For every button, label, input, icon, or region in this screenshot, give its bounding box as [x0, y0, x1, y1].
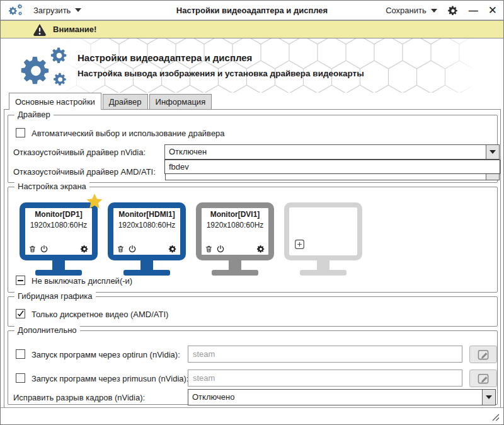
- app-logo-gears: [18, 46, 71, 90]
- tab-content-panel: Драйвер Автоматический выбор и использов…: [4, 109, 501, 408]
- monitor-card-add[interactable]: [284, 202, 362, 276]
- amd-failsafe-label: Отказоустойчивый драйвер AMD/ATI:: [13, 167, 156, 177]
- title-bar: Загрузить Настройки видеоадаптера и дисп…: [1, 1, 503, 20]
- nvidia-failsafe-combobox[interactable]: Отключен: [164, 144, 500, 160]
- group-screen-title: Настройка экрана: [14, 182, 89, 191]
- monitor-resolution: 1920x1080:60Hz: [28, 221, 89, 230]
- group-driver: Драйвер Автоматический выбор и использов…: [8, 115, 498, 183]
- tab-info[interactable]: Информация: [149, 94, 212, 110]
- power-monitor-icon[interactable]: [128, 245, 137, 253]
- group-screen-setup: Настройка экрана Monitor[DP1] 1920x1080:…: [8, 187, 498, 293]
- combobox-arrow-button[interactable]: [486, 145, 499, 159]
- discrete-only-checkbox[interactable]: [16, 309, 25, 318]
- primusun-checkbox[interactable]: [16, 373, 25, 383]
- monitor-screen: Monitor[HDMI1] 1920x1080:60Hz: [108, 202, 186, 260]
- optirun-checkbox[interactable]: [16, 349, 25, 359]
- monitor-base: [212, 270, 258, 276]
- app-window: Загрузить Настройки видеоадаптера и дисп…: [0, 0, 504, 425]
- optirun-command-input[interactable]: [188, 346, 462, 363]
- monitor-name: Monitor[DVI1]: [205, 210, 265, 219]
- app-gears-icon: [8, 3, 23, 19]
- monitor-screen: [284, 202, 362, 260]
- page-header: Настройки видеоадаптера и дисплея Настро…: [1, 38, 503, 93]
- settings-gear-button[interactable]: [447, 5, 459, 16]
- group-driver-title: Драйвер: [14, 110, 54, 119]
- group-hybrid-graphics: Гибридная графика Только дискретное виде…: [8, 296, 498, 327]
- monitor-settings-gear-icon[interactable]: [256, 245, 265, 253]
- monitor-stand: [317, 260, 329, 270]
- monitor-base: [35, 270, 82, 276]
- monitor-settings-gear-icon[interactable]: [80, 245, 89, 253]
- monitor-stand: [140, 260, 153, 270]
- warning-triangle-icon: [32, 23, 47, 36]
- primusun-label: Запуск программ через primusun (nVidia):: [32, 374, 188, 383]
- power-monitor-icon[interactable]: [216, 245, 225, 253]
- monitor-stand: [52, 260, 65, 270]
- monitor-base: [123, 270, 170, 276]
- page-title: Настройки видеоадаптера и дисплея: [77, 52, 252, 63]
- hexagon-pattern: [62, 38, 472, 93]
- save-button-label: Сохранить: [386, 6, 427, 15]
- monitor-resolution: 1920x1080:60Hz: [205, 221, 265, 230]
- monitor-settings-gear-icon[interactable]: [168, 245, 177, 253]
- tearfree-label: Исправить разрыв кадров (nVidia):: [13, 393, 145, 402]
- keep-display-on-checkbox[interactable]: [16, 276, 25, 285]
- load-button-label: Загрузить: [33, 6, 71, 15]
- monitor-card-dvi1[interactable]: Monitor[DVI1] 1920x1080:60Hz: [196, 202, 274, 276]
- dropdown-item-fbdev[interactable]: fbdev: [165, 160, 500, 173]
- page-subtitle: Настройка вывода изображения и установка…: [77, 69, 364, 78]
- triangle-down-icon: [486, 395, 492, 399]
- monitor-name: Monitor[DP1]: [28, 210, 89, 219]
- primusun-edit-button[interactable]: [469, 370, 497, 387]
- primary-star-icon: [85, 194, 104, 213]
- tab-main-settings[interactable]: Основные настройки: [9, 93, 101, 110]
- monitor-resolution: 1920x1080:60Hz: [117, 221, 177, 230]
- discrete-only-label: Только дискретное видео (AMD/ATI): [32, 310, 168, 319]
- combobox-arrow-button[interactable]: [482, 390, 495, 405]
- monitor-card-dp1[interactable]: Monitor[DP1] 1920x1080:60Hz: [20, 202, 98, 276]
- tab-driver[interactable]: Драйвер: [103, 94, 148, 110]
- triangle-down-icon: [490, 150, 496, 154]
- indeterminate-mark: [18, 280, 23, 281]
- auto-driver-label: Автоматический выбор и использование дра…: [32, 129, 225, 138]
- delete-monitor-icon[interactable]: [117, 245, 125, 253]
- group-hybrid-title: Гибридная графика: [14, 291, 96, 301]
- monitor-screen: Monitor[DVI1] 1920x1080:60Hz: [196, 202, 274, 260]
- resize-grip[interactable]: [491, 412, 500, 421]
- status-bar: [1, 407, 503, 424]
- monitor-base: [300, 270, 346, 276]
- monitor-card-hdmi1[interactable]: Monitor[HDMI1] 1920x1080:60Hz: [108, 202, 186, 276]
- monitor-stand: [229, 260, 241, 270]
- load-button[interactable]: Загрузить: [33, 6, 81, 15]
- edit-pencil-icon: [478, 349, 490, 361]
- close-button[interactable]: ✕: [488, 5, 497, 16]
- delete-monitor-icon[interactable]: [205, 245, 213, 253]
- power-monitor-icon[interactable]: [40, 245, 49, 253]
- group-additional: Дополнительно Запуск программ через opti…: [8, 330, 498, 405]
- nvidia-failsafe-label: Отказоустойчивый драйвер nVidia:: [13, 148, 146, 157]
- auto-driver-checkbox[interactable]: [16, 128, 25, 137]
- optirun-label: Запуск программ через optirun (nVidia):: [32, 350, 180, 359]
- add-monitor-icon[interactable]: [294, 239, 305, 252]
- tearfree-combobox[interactable]: Отключено: [188, 389, 496, 405]
- chevron-down-icon: [75, 8, 81, 12]
- delete-monitor-icon[interactable]: [28, 245, 37, 253]
- chevron-down-icon: [431, 9, 437, 13]
- save-button[interactable]: Сохранить: [386, 6, 437, 15]
- warning-text: Внимание!: [53, 25, 96, 34]
- group-additional-title: Дополнительно: [14, 325, 80, 335]
- nvidia-failsafe-value: Отключен: [169, 145, 207, 159]
- edit-pencil-icon: [478, 373, 490, 385]
- hex-fade-right: [434, 38, 478, 93]
- optirun-edit-button[interactable]: [469, 346, 497, 363]
- minimize-button[interactable]: —: [469, 8, 478, 14]
- check-mark: [16, 309, 25, 318]
- tearfree-value: Отключено: [192, 390, 234, 405]
- keep-display-on-label: Не выключать дисплей(-и): [32, 276, 132, 286]
- tab-bar: Основные настройки Драйвер Информация: [9, 93, 213, 110]
- monitor-name: Monitor[HDMI1]: [117, 210, 177, 219]
- nvidia-failsafe-dropdown-list: fbdev: [164, 160, 500, 174]
- warning-banner: Внимание!: [1, 20, 503, 38]
- primusun-command-input[interactable]: [188, 370, 462, 387]
